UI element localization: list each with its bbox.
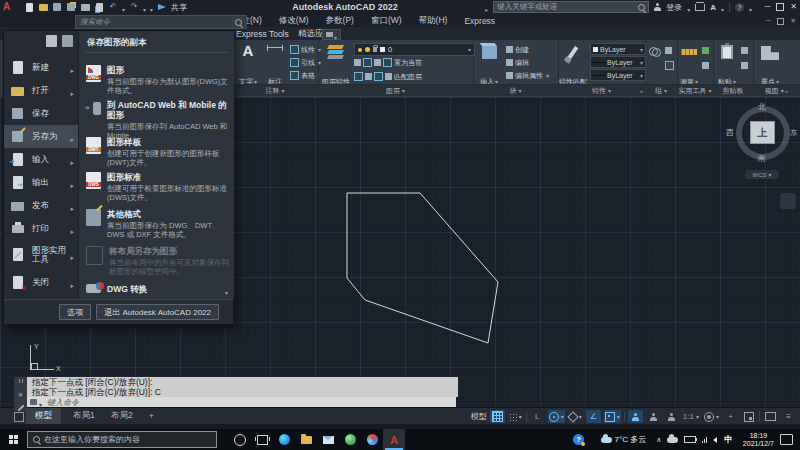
measure-button[interactable]: 测量	[679, 41, 699, 87]
cloud-sync-icon[interactable]	[667, 437, 678, 443]
sign-in-label[interactable]: 登录	[666, 2, 682, 13]
layer-select[interactable]: 0	[354, 43, 475, 56]
annotation-scale-person[interactable]	[664, 410, 679, 423]
tab-model[interactable]: 模型	[26, 408, 61, 424]
panel-expand-icon[interactable]	[640, 87, 643, 94]
sidebar-item-save-as[interactable]: 另存为	[4, 125, 78, 148]
sidebar-item-save[interactable]: 保存	[4, 102, 78, 125]
viewcube-top-face[interactable]: 上	[750, 121, 775, 144]
save-as-button[interactable]	[66, 3, 76, 12]
taskbar-clock[interactable]: 18:19 2021/12/7	[743, 432, 774, 448]
panel-label-clipboard[interactable]: 剪贴板	[713, 84, 753, 96]
panel-label-annotate[interactable]: 注释	[232, 84, 318, 96]
battery-icon[interactable]	[684, 436, 696, 443]
doc-restore-button[interactable]	[777, 18, 784, 25]
customize-wrench-icon[interactable]	[17, 404, 24, 411]
doc-minimize-button[interactable]: ─	[766, 16, 771, 26]
tab-layout2[interactable]: 布局2	[102, 408, 142, 424]
options-button[interactable]: 选项	[59, 304, 91, 320]
edit-block-button[interactable]: 编辑	[506, 57, 529, 68]
start-button[interactable]	[0, 429, 27, 450]
command-window-grip[interactable]: ✕	[14, 377, 27, 411]
share-button[interactable]	[157, 3, 167, 12]
menu-window[interactable]: 窗口(W)	[371, 15, 402, 27]
weather-label[interactable]: 7°C 多云	[615, 434, 647, 445]
paste-button[interactable]: 粘贴	[716, 41, 738, 87]
leader-button[interactable]: 引线	[290, 57, 321, 68]
autocad-taskbar-button[interactable]: A	[383, 429, 405, 450]
annotation-scale-button[interactable]: 1:1	[682, 410, 700, 423]
sidebar-item-export[interactable]: ➜输出	[4, 171, 78, 194]
ribbon-display-toggle[interactable]	[322, 29, 341, 40]
file-explorer-button[interactable]	[295, 429, 317, 450]
weather-cloud-icon[interactable]	[601, 437, 612, 443]
sidebar-item-open[interactable]: 打开	[4, 79, 78, 102]
browser-360-button[interactable]	[339, 429, 361, 450]
group-button[interactable]	[647, 41, 663, 87]
new-file-button[interactable]	[24, 3, 34, 12]
redo-button[interactable]: ↷	[129, 3, 139, 12]
menu-parametric[interactable]: 参数(P)	[326, 15, 354, 27]
app-store-cart-icon[interactable]	[695, 4, 705, 11]
menu-express[interactable]: Express	[464, 16, 495, 26]
cut-clip-button[interactable]	[741, 60, 748, 71]
set-current-button[interactable]: 置为当前	[354, 57, 422, 68]
open-button[interactable]	[38, 3, 48, 12]
cortana-button[interactable]	[229, 429, 251, 450]
autodesk-app-icon[interactable]: A	[710, 3, 716, 12]
add-cleanup-button[interactable]: +	[723, 410, 738, 423]
viewcube-south[interactable]: 南	[758, 154, 766, 164]
share-label[interactable]: 共享	[171, 2, 187, 13]
doc-close-button[interactable]: ✕	[790, 16, 796, 26]
mail-button[interactable]	[317, 429, 339, 450]
panel-label-view[interactable]: 视图	[753, 84, 800, 96]
ungroup-button[interactable]	[665, 45, 672, 56]
viewcube-east[interactable]: 东	[790, 128, 798, 138]
help-icon[interactable]: ?	[735, 3, 744, 12]
object-snap-tracking-toggle[interactable]: ∠	[586, 410, 601, 423]
sidebar-item-drawing-utilities[interactable]: 图形实用工具	[4, 240, 78, 270]
menu-item-drawing-standards[interactable]: DWS 图形标准创建可用于检查图形标准的图形标准(DWS)文件。	[86, 172, 230, 202]
polar-tracking-toggle[interactable]	[548, 410, 565, 423]
customization-button[interactable]: ≡	[781, 410, 796, 423]
panel-label-utilities[interactable]: 实用工具	[677, 84, 713, 96]
insert-block-button[interactable]: 插入	[476, 41, 502, 87]
help-search-input[interactable]: 键入关键字或短语	[493, 1, 649, 13]
dimension-button[interactable]: 标注	[263, 41, 287, 87]
isodraft-toggle[interactable]	[568, 410, 583, 423]
task-view-button[interactable]	[251, 429, 273, 450]
model-space-label[interactable]: 模型	[471, 411, 487, 422]
annotation-visibility-toggle[interactable]	[628, 410, 643, 423]
drag-handle-icon[interactable]	[18, 379, 24, 383]
sidebar-item-close[interactable]: ✕关闭	[4, 271, 78, 294]
quick-calc-button[interactable]	[702, 60, 709, 71]
tab-layout1[interactable]: 布局1	[64, 408, 104, 424]
network-icon[interactable]	[702, 437, 707, 443]
chevron-down-icon[interactable]	[39, 393, 42, 411]
sidebar-item-new[interactable]: 新建	[4, 56, 78, 79]
ime-indicator[interactable]: 中	[724, 434, 733, 446]
wcs-dropdown[interactable]: WCS	[745, 170, 779, 179]
table-button[interactable]: 表格	[290, 70, 315, 81]
snap-toggle[interactable]	[508, 410, 523, 423]
panel-label-layers[interactable]: 图层	[318, 84, 473, 96]
create-block-button[interactable]: 创建	[506, 44, 529, 55]
object-snap-toggle[interactable]	[604, 410, 621, 423]
viewcube-north[interactable]: 北	[758, 102, 766, 112]
volume-icon[interactable]	[713, 437, 717, 443]
match-layer-button[interactable]: 匹配图层	[354, 71, 422, 82]
menu-item-dwg-convert[interactable]: DWG 转换	[86, 280, 230, 294]
action-center-button[interactable]	[780, 434, 793, 445]
help-tray-button[interactable]: ?	[567, 429, 591, 450]
menu-item-drawing-template[interactable]: DWT 图形样板创建可用于创建新图形的图形样板(DWT)文件。	[86, 137, 230, 167]
scroll-down-icon[interactable]	[225, 289, 228, 296]
edge-button[interactable]	[273, 429, 295, 450]
menu-item-web-mobile[interactable]: 到 AutoCAD Web 和 Mobile 的图形将当前图形保存到 AutoC…	[86, 100, 230, 140]
save-button[interactable]	[52, 3, 62, 12]
autoscale-toggle[interactable]	[646, 410, 661, 423]
maximize-button[interactable]	[776, 3, 784, 11]
menu-help[interactable]: 帮助(H)	[419, 15, 448, 27]
command-input[interactable]: 键入命令	[27, 397, 456, 407]
ortho-toggle[interactable]: L	[530, 410, 545, 423]
menu-modify[interactable]: 修改(M)	[279, 15, 309, 27]
